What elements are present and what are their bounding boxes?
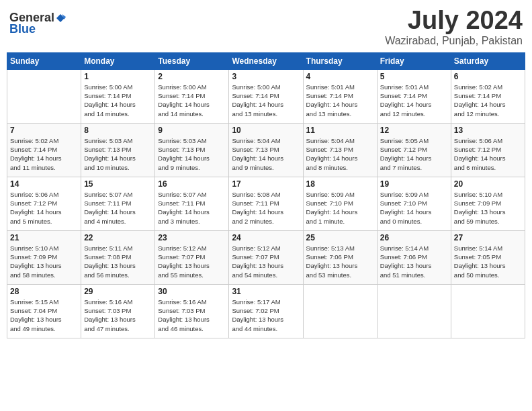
- day-number: 4: [306, 72, 374, 81]
- day-number: 28: [10, 287, 78, 296]
- calendar-cell: 15Sunrise: 5:07 AM Sunset: 7:11 PM Dayli…: [81, 177, 155, 230]
- calendar-table: SundayMondayTuesdayWednesdayThursdayFrid…: [7, 52, 525, 338]
- calendar-week-3: 14Sunrise: 5:06 AM Sunset: 7:12 PM Dayli…: [7, 177, 525, 230]
- cell-content: Sunrise: 5:07 AM Sunset: 7:11 PM Dayligh…: [158, 190, 226, 226]
- month-year: July 2024: [385, 7, 523, 35]
- cell-content: Sunrise: 5:09 AM Sunset: 7:10 PM Dayligh…: [306, 190, 374, 226]
- day-number: 20: [454, 179, 522, 189]
- cell-content: Sunrise: 5:17 AM Sunset: 7:02 PM Dayligh…: [232, 298, 300, 333]
- cell-content: Sunrise: 5:02 AM Sunset: 7:14 PM Dayligh…: [10, 136, 78, 172]
- calendar-cell: 5Sunrise: 5:01 AM Sunset: 7:14 PM Daylig…: [377, 69, 451, 123]
- weekday-header-row: SundayMondayTuesdayWednesdayThursdayFrid…: [7, 52, 525, 69]
- cell-content: Sunrise: 5:12 AM Sunset: 7:07 PM Dayligh…: [158, 244, 226, 279]
- calendar-cell: 30Sunrise: 5:16 AM Sunset: 7:03 PM Dayli…: [155, 284, 229, 338]
- day-number: 2: [158, 72, 226, 81]
- day-number: 13: [454, 126, 522, 135]
- day-number: 14: [10, 179, 78, 189]
- calendar-week-1: 1Sunrise: 5:00 AM Sunset: 7:14 PM Daylig…: [7, 69, 525, 123]
- logo-icon: [55, 13, 66, 24]
- day-number: 30: [158, 287, 226, 296]
- cell-content: Sunrise: 5:09 AM Sunset: 7:10 PM Dayligh…: [380, 190, 448, 226]
- calendar-cell: 3Sunrise: 5:00 AM Sunset: 7:14 PM Daylig…: [229, 69, 303, 123]
- day-number: 18: [306, 179, 374, 189]
- day-number: 3: [232, 72, 300, 81]
- weekday-header-monday: Monday: [81, 52, 155, 69]
- day-number: 1: [84, 72, 152, 81]
- calendar-cell: 2Sunrise: 5:00 AM Sunset: 7:14 PM Daylig…: [155, 69, 229, 123]
- day-number: 22: [84, 233, 152, 242]
- day-number: 11: [306, 126, 374, 135]
- cell-content: Sunrise: 5:08 AM Sunset: 7:11 PM Dayligh…: [232, 190, 300, 226]
- cell-content: Sunrise: 5:01 AM Sunset: 7:14 PM Dayligh…: [380, 83, 448, 118]
- calendar-cell: 13Sunrise: 5:06 AM Sunset: 7:12 PM Dayli…: [451, 123, 525, 177]
- day-number: 23: [158, 233, 226, 242]
- calendar-cell: 28Sunrise: 5:15 AM Sunset: 7:04 PM Dayli…: [7, 284, 81, 338]
- day-number: 26: [380, 233, 448, 242]
- weekday-header-saturday: Saturday: [451, 52, 525, 69]
- calendar-cell: 24Sunrise: 5:12 AM Sunset: 7:07 PM Dayli…: [229, 230, 303, 284]
- calendar-cell: 25Sunrise: 5:13 AM Sunset: 7:06 PM Dayli…: [303, 230, 377, 284]
- day-number: 10: [232, 126, 300, 135]
- day-number: 16: [158, 179, 226, 189]
- cell-content: Sunrise: 5:00 AM Sunset: 7:14 PM Dayligh…: [158, 83, 226, 118]
- calendar-cell: 1Sunrise: 5:00 AM Sunset: 7:14 PM Daylig…: [81, 69, 155, 123]
- cell-content: Sunrise: 5:14 AM Sunset: 7:05 PM Dayligh…: [454, 244, 522, 279]
- day-number: 12: [380, 126, 448, 135]
- day-number: 17: [232, 179, 300, 189]
- logo: General Blue: [9, 11, 66, 36]
- calendar-cell: 19Sunrise: 5:09 AM Sunset: 7:10 PM Dayli…: [377, 177, 451, 230]
- calendar-cell: [377, 284, 451, 338]
- calendar-week-5: 28Sunrise: 5:15 AM Sunset: 7:04 PM Dayli…: [7, 284, 525, 338]
- calendar-cell: [7, 69, 81, 123]
- cell-content: Sunrise: 5:00 AM Sunset: 7:14 PM Dayligh…: [232, 83, 300, 118]
- calendar-cell: 9Sunrise: 5:03 AM Sunset: 7:13 PM Daylig…: [155, 123, 229, 177]
- calendar-cell: 21Sunrise: 5:10 AM Sunset: 7:09 PM Dayli…: [7, 230, 81, 284]
- calendar-cell: 26Sunrise: 5:14 AM Sunset: 7:06 PM Dayli…: [377, 230, 451, 284]
- calendar-cell: 8Sunrise: 5:03 AM Sunset: 7:13 PM Daylig…: [81, 123, 155, 177]
- location: Wazirabad, Punjab, Pakistan: [385, 35, 523, 47]
- weekday-header-sunday: Sunday: [7, 52, 81, 69]
- day-number: 25: [306, 233, 374, 242]
- day-number: 5: [380, 72, 448, 81]
- cell-content: Sunrise: 5:16 AM Sunset: 7:03 PM Dayligh…: [158, 298, 226, 333]
- cell-content: Sunrise: 5:03 AM Sunset: 7:13 PM Dayligh…: [84, 136, 152, 172]
- calendar-cell: 20Sunrise: 5:10 AM Sunset: 7:09 PM Dayli…: [451, 177, 525, 230]
- page-header: General Blue July 2024 Wazirabad, Punjab…: [7, 7, 525, 47]
- day-number: 24: [232, 233, 300, 242]
- cell-content: Sunrise: 5:07 AM Sunset: 7:11 PM Dayligh…: [84, 190, 152, 226]
- day-number: 15: [84, 179, 152, 189]
- calendar-cell: 11Sunrise: 5:04 AM Sunset: 7:13 PM Dayli…: [303, 123, 377, 177]
- day-number: 27: [454, 233, 522, 242]
- cell-content: Sunrise: 5:15 AM Sunset: 7:04 PM Dayligh…: [10, 298, 78, 333]
- title-block: July 2024 Wazirabad, Punjab, Pakistan: [385, 7, 523, 47]
- calendar-cell: 29Sunrise: 5:16 AM Sunset: 7:03 PM Dayli…: [81, 284, 155, 338]
- calendar-cell: 6Sunrise: 5:02 AM Sunset: 7:14 PM Daylig…: [451, 69, 525, 123]
- calendar-cell: 23Sunrise: 5:12 AM Sunset: 7:07 PM Dayli…: [155, 230, 229, 284]
- day-number: 6: [454, 72, 522, 81]
- weekday-header-friday: Friday: [377, 52, 451, 69]
- calendar-cell: 10Sunrise: 5:04 AM Sunset: 7:13 PM Dayli…: [229, 123, 303, 177]
- cell-content: Sunrise: 5:04 AM Sunset: 7:13 PM Dayligh…: [306, 136, 374, 172]
- day-number: 9: [158, 126, 226, 135]
- cell-content: Sunrise: 5:16 AM Sunset: 7:03 PM Dayligh…: [84, 298, 152, 333]
- calendar-cell: 27Sunrise: 5:14 AM Sunset: 7:05 PM Dayli…: [451, 230, 525, 284]
- weekday-header-thursday: Thursday: [303, 52, 377, 69]
- calendar-cell: 12Sunrise: 5:05 AM Sunset: 7:12 PM Dayli…: [377, 123, 451, 177]
- day-number: 19: [380, 179, 448, 189]
- calendar-cell: 31Sunrise: 5:17 AM Sunset: 7:02 PM Dayli…: [229, 284, 303, 338]
- cell-content: Sunrise: 5:00 AM Sunset: 7:14 PM Dayligh…: [84, 83, 152, 118]
- cell-content: Sunrise: 5:11 AM Sunset: 7:08 PM Dayligh…: [84, 244, 152, 279]
- calendar-cell: [303, 284, 377, 338]
- cell-content: Sunrise: 5:10 AM Sunset: 7:09 PM Dayligh…: [10, 244, 78, 279]
- logo-blue-text: Blue: [9, 22, 36, 36]
- cell-content: Sunrise: 5:04 AM Sunset: 7:13 PM Dayligh…: [232, 136, 300, 172]
- cell-content: Sunrise: 5:02 AM Sunset: 7:14 PM Dayligh…: [454, 83, 522, 118]
- calendar-week-2: 7Sunrise: 5:02 AM Sunset: 7:14 PM Daylig…: [7, 123, 525, 177]
- day-number: 21: [10, 233, 78, 242]
- weekday-header-wednesday: Wednesday: [229, 52, 303, 69]
- calendar-week-4: 21Sunrise: 5:10 AM Sunset: 7:09 PM Dayli…: [7, 230, 525, 284]
- calendar-cell: 4Sunrise: 5:01 AM Sunset: 7:14 PM Daylig…: [303, 69, 377, 123]
- cell-content: Sunrise: 5:03 AM Sunset: 7:13 PM Dayligh…: [158, 136, 226, 172]
- cell-content: Sunrise: 5:06 AM Sunset: 7:12 PM Dayligh…: [454, 136, 522, 172]
- calendar-cell: [451, 284, 525, 338]
